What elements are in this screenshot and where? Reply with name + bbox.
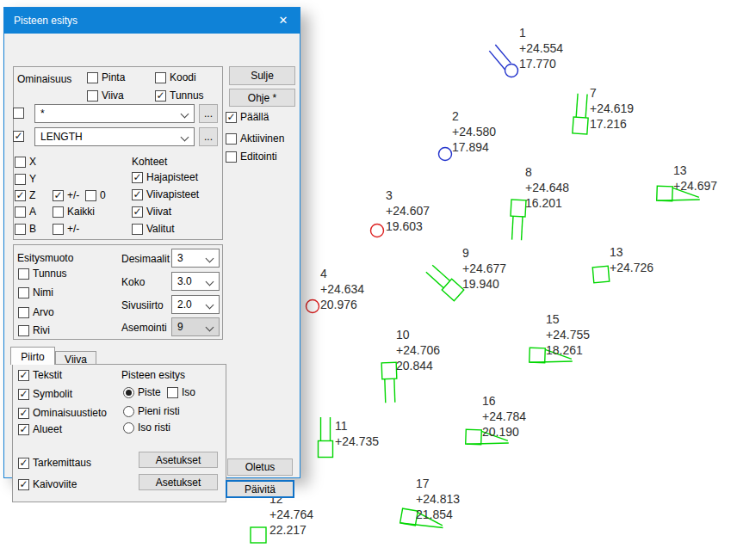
checkbox-y[interactable]: Y: [15, 173, 36, 185]
checkbox-nimi[interactable]: Nimi: [18, 286, 53, 298]
checkbox-editointi[interactable]: Editointi: [226, 151, 277, 163]
filter1-combo[interactable]: *: [34, 104, 195, 123]
radio-pieni-risti[interactable]: Pieni risti: [123, 405, 180, 417]
tarkemittaus-asetukset-button[interactable]: Asetukset: [139, 452, 218, 468]
checkbox-arvo[interactable]: Arvo: [18, 306, 54, 318]
tab-label: Piirto: [21, 351, 44, 363]
checkbox-tarkemittaus[interactable]: ✓ Tarkemittaus: [18, 457, 91, 469]
checkbox-label: Ominaisuustieto: [33, 407, 107, 419]
button-label: Asetukset: [156, 454, 201, 466]
tab-viiva[interactable]: Viiva: [55, 351, 96, 365]
checkbox-koodi[interactable]: Koodi: [155, 71, 196, 83]
checkbox-box: [18, 287, 29, 298]
paivita-button[interactable]: Päivitä: [226, 480, 294, 498]
point-symbol-2[interactable]: [439, 148, 452, 161]
asemointi-label: Asemointi: [121, 322, 167, 334]
checkbox-z[interactable]: ✓ Z: [15, 189, 35, 201]
checkbox-em-tunnus[interactable]: Tunnus: [18, 268, 67, 280]
filter2-combo[interactable]: LENGTH: [34, 127, 195, 146]
checkbox-b[interactable]: B: [15, 223, 36, 235]
close-icon[interactable]: ✕: [272, 11, 294, 30]
checkbox-paalla[interactable]: ✓ Päällä: [226, 111, 269, 123]
sivusiirto-combo[interactable]: 2.0: [171, 295, 220, 314]
checkbox-box: ✓: [132, 189, 143, 200]
checkbox-viivat[interactable]: ✓ Viivat: [132, 206, 171, 218]
desimaalit-combo[interactable]: 3: [171, 249, 220, 268]
checkbox-label: Koodi: [170, 71, 196, 83]
checkbox-b-plusminus[interactable]: +/-: [53, 223, 79, 235]
browse1-button[interactable]: ...: [199, 104, 218, 123]
point-symbol-9[interactable]: [424, 263, 464, 301]
point-symbol-8[interactable]: [510, 200, 526, 240]
button-label: ...: [204, 131, 213, 143]
point-symbol-3[interactable]: [371, 225, 384, 237]
checkbox-aktiivinen[interactable]: Aktiivinen: [226, 132, 284, 145]
checkbox-label: B: [29, 223, 36, 235]
point-symbol-11[interactable]: [319, 417, 333, 458]
oletus-button[interactable]: Oletus: [227, 458, 293, 476]
checkbox-label: Viivat: [146, 206, 171, 218]
checkbox-box: [155, 72, 166, 83]
checkbox-label: Kaivoviite: [33, 478, 77, 490]
chevron-down-icon: [206, 301, 214, 310]
point-label-2: 2+24.58017.894: [452, 108, 496, 155]
point-label-4: 4+24.63420.976: [320, 266, 364, 312]
point-label-10: 10+24.70620.844: [396, 327, 440, 373]
checkbox-rivi[interactable]: Rivi: [18, 324, 50, 336]
button-label: Oletus: [245, 461, 276, 473]
koko-combo[interactable]: 3.0: [171, 272, 220, 291]
radio-label: Piste: [138, 386, 161, 398]
kohteet-label: Kohteet: [132, 156, 167, 168]
point-symbol-7[interactable]: [573, 93, 590, 134]
checkbox-viivapisteet[interactable]: ✓ Viivapisteet: [132, 188, 199, 200]
tab-piirto[interactable]: Piirto: [10, 347, 55, 365]
checkbox-box: ✓: [155, 90, 166, 102]
checkbox-alueet[interactable]: ✓ Alueet: [18, 423, 62, 435]
checkbox-hajapisteet[interactable]: ✓ Hajapisteet: [132, 171, 198, 183]
checkbox-filter1[interactable]: [13, 108, 24, 119]
sulje-button[interactable]: Sulje: [229, 66, 295, 85]
checkbox-valitut[interactable]: Valitut: [132, 223, 174, 235]
checkbox-a[interactable]: A: [15, 206, 36, 218]
checkbox-kaikki[interactable]: Kaikki: [53, 206, 95, 218]
button-label: Sulje: [251, 70, 274, 82]
checkbox-label: Iso: [182, 386, 195, 398]
checkbox-label: Tarkemittaus: [33, 457, 91, 469]
point-symbol-13[interactable]: [592, 266, 610, 283]
checkbox-viiva[interactable]: Viiva: [87, 89, 124, 102]
browse2-button[interactable]: ...: [199, 127, 218, 146]
point-symbol-10[interactable]: [381, 362, 398, 403]
point-label-13: 13+24.726: [610, 244, 653, 275]
checkbox-filter2[interactable]: ✓: [13, 131, 24, 142]
checkbox-box: [132, 224, 143, 235]
checkbox-box: [85, 190, 96, 201]
checkbox-tunnus[interactable]: ✓ Tunnus: [155, 89, 204, 102]
title-bar[interactable]: Pisteen esitys ✕: [4, 8, 300, 34]
ohje-button[interactable]: Ohje *: [229, 89, 295, 107]
checkbox-z-zero[interactable]: 0: [85, 189, 106, 201]
checkbox-iso[interactable]: Iso: [167, 386, 195, 398]
checkbox-box: [15, 224, 26, 235]
checkbox-symbolit[interactable]: ✓ Symbolit: [18, 388, 72, 400]
checkbox-label: Aktiivinen: [240, 132, 284, 145]
asemointi-combo[interactable]: 9: [171, 317, 220, 336]
radio-piste[interactable]: Piste: [123, 386, 161, 398]
point-symbol-12[interactable]: [251, 527, 266, 543]
chevron-down-icon: [181, 110, 189, 119]
radio-circle: [123, 406, 134, 417]
checkbox-x[interactable]: X: [15, 156, 36, 168]
checkbox-ominaisuustieto[interactable]: ✓ Ominaisuustieto: [18, 407, 107, 419]
radio-circle: [123, 422, 134, 434]
checkbox-kaivoviite[interactable]: ✓ Kaivoviite: [18, 478, 77, 490]
radio-iso-risti[interactable]: Iso risti: [123, 422, 170, 434]
checkbox-z-plusminus[interactable]: ✓ +/-: [53, 189, 79, 201]
kaivoviite-asetukset-button[interactable]: Asetukset: [139, 474, 218, 490]
combo-value: 3.0: [177, 275, 192, 287]
checkbox-pinta[interactable]: Pinta: [87, 71, 125, 83]
checkbox-label: Hajapisteet: [146, 171, 198, 183]
checkbox-label: +/-: [67, 189, 79, 201]
checkbox-box: [15, 206, 26, 218]
point-symbol-4[interactable]: [307, 300, 319, 313]
checkbox-tekstit[interactable]: ✓ Tekstit: [18, 369, 62, 381]
point-symbol-1[interactable]: [487, 43, 521, 79]
